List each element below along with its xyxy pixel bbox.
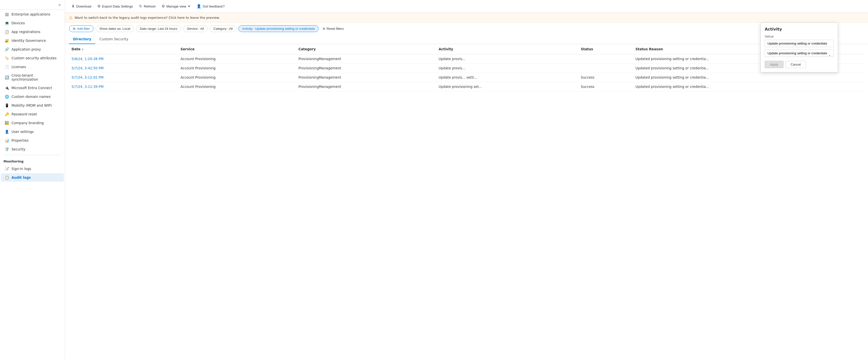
sidebar-item-cross-tenant-synchronization[interactable]: 🔄Cross-tenant synchronization	[1, 71, 64, 83]
category-cell: ProvisioningManagement	[296, 73, 436, 82]
status-cell	[578, 54, 633, 63]
app-registrations-icon: 📋	[4, 30, 9, 34]
enterprise-applications-icon: 🏢	[4, 12, 9, 17]
sidebar-item-identity-governance[interactable]: 🔐Identity Governance	[1, 36, 64, 45]
feedback-button[interactable]: 👤 Got feedback?	[194, 2, 227, 10]
date-cell[interactable]: 5/8/24, 1:20:38 PM	[69, 54, 178, 63]
sidebar-label: Custom domain names	[11, 94, 51, 99]
sidebar-item-company-branding[interactable]: 🖼️Company branding	[1, 119, 64, 127]
activity-popup: Activity Value Update provisioning setti…	[761, 23, 838, 72]
main-content: ⬇ Download ⚙ Export Data Settings ↻ Refr…	[65, 0, 868, 359]
show-dates-button[interactable]: Show dates as: Local	[96, 25, 134, 32]
column-status: Status	[578, 44, 633, 54]
activity-dropdown[interactable]: Update provisioning setting or credentia…	[765, 50, 834, 57]
sidebar-collapse-area: «	[0, 0, 65, 10]
activity-cell: Update provis...	[436, 54, 578, 63]
apply-button[interactable]: Apply	[765, 61, 783, 68]
sidebar-label: Mobility (MDM and WIP)	[11, 103, 52, 107]
custom-domain-names-icon: 🌐	[4, 94, 9, 99]
activity-value-input[interactable]	[765, 40, 834, 47]
dropdown-chevron-icon: ▼	[188, 5, 191, 8]
download-button[interactable]: ⬇ Download	[69, 2, 94, 10]
sidebar-item-devices[interactable]: 💻Devices	[1, 19, 64, 27]
sort-icon: ↓	[82, 48, 84, 51]
sidebar-label: Custom security attributes	[11, 56, 57, 60]
devices-icon: 💻	[4, 21, 9, 25]
category-cell: ProvisioningManagement	[296, 63, 436, 73]
service-cell: Account Provisioning	[178, 54, 296, 63]
toolbar: ⬇ Download ⚙ Export Data Settings ↻ Refr…	[65, 0, 868, 13]
service-cell: Account Provisioning	[178, 63, 296, 73]
date-link[interactable]: 5/7/24, 3:12:02 PM	[71, 75, 103, 79]
service-cell: Account Provisioning	[178, 73, 296, 82]
export-icon: ⚙	[97, 4, 100, 8]
sidebar-label: App registrations	[11, 30, 40, 34]
sidebar-item-security[interactable]: 🛡️Security	[1, 145, 64, 154]
manage-view-icon: ⚙	[161, 4, 165, 8]
cancel-button[interactable]: Cancel	[785, 61, 806, 68]
reset-filters-button[interactable]: ⊘ Reset filters	[320, 26, 346, 32]
service-filter-button[interactable]: Service : All	[183, 25, 208, 32]
sidebar-item-enterprise-applications[interactable]: 🏢Enterprise applications	[1, 10, 64, 19]
sidebar-label: Company branding	[11, 121, 44, 125]
sidebar-item-app-registrations[interactable]: 📋App registrations	[1, 28, 64, 36]
table-container: Date↓ServiceCategoryActivityStatusStatus…	[65, 44, 868, 359]
date-cell[interactable]: 5/7/24, 3:42:50 PM	[69, 63, 178, 73]
tab-directory[interactable]: Directory	[69, 34, 95, 44]
identity-governance-icon: 🔐	[4, 38, 9, 43]
category-cell: ProvisioningManagement	[296, 54, 436, 63]
activity-cell: Update provis... setti...	[436, 73, 578, 82]
sidebar-label: Microsoft Entra Connect	[11, 86, 52, 90]
refresh-icon: ↻	[139, 4, 142, 8]
date-cell[interactable]: 5/7/24, 3:11:39 PM	[69, 82, 178, 91]
password-reset-icon: 🔑	[4, 112, 9, 116]
security-icon: 🛡️	[4, 147, 9, 151]
sidebar-item-sign-in-logs[interactable]: 📝Sign-in logs	[1, 164, 64, 173]
date-link[interactable]: 5/8/24, 1:20:38 PM	[71, 57, 103, 61]
sidebar-item-licenses[interactable]: 📄Licenses	[1, 62, 64, 71]
date-cell[interactable]: 5/7/24, 3:12:02 PM	[69, 73, 178, 82]
sidebar-item-application-proxy[interactable]: 🔗Application proxy	[1, 45, 64, 54]
microsoft-entra-connect-icon: 🔌	[4, 86, 9, 90]
cross-tenant-synchronization-icon: 🔄	[4, 75, 9, 80]
service-cell: Account Provisioning	[178, 82, 296, 91]
sidebar-item-audit-logs[interactable]: 📋Audit logs	[1, 173, 64, 182]
mobility-mdm-icon: 📱	[4, 103, 9, 108]
sidebar-collapse-button[interactable]: «	[57, 2, 62, 7]
sidebar-label: User settings	[11, 130, 34, 134]
export-button[interactable]: ⚙ Export Data Settings	[95, 2, 135, 10]
sidebar-item-custom-security-attributes[interactable]: 🏷️Custom security attributes	[1, 54, 64, 62]
date-link[interactable]: 5/7/24, 3:42:50 PM	[71, 66, 103, 70]
feedback-icon: 👤	[196, 4, 201, 8]
category-filter-button[interactable]: Category : All	[210, 25, 236, 32]
sidebar-label: Licenses	[11, 65, 26, 69]
activity-filter-button[interactable]: Activity : Update provisioning setting o…	[238, 25, 318, 32]
refresh-button[interactable]: ↻ Refresh	[136, 2, 158, 10]
date-link[interactable]: 5/7/24, 3:11:39 PM	[71, 85, 103, 89]
column-activity: Activity	[436, 44, 578, 54]
sidebar-item-password-reset[interactable]: 🔑Password reset	[1, 110, 64, 118]
table-row: 5/7/24, 3:11:39 PM Account Provisioning …	[69, 82, 864, 91]
date-range-button[interactable]: Date range: Last 24 hours	[136, 25, 181, 32]
sidebar-item-user-settings[interactable]: 👤User settings	[1, 128, 64, 136]
sidebar: « 🏢Enterprise applications💻Devices📋App r…	[0, 0, 65, 359]
sidebar-item-properties[interactable]: 📊Properties	[1, 136, 64, 145]
sidebar-item-mobility-mdm[interactable]: 📱Mobility (MDM and WIP)	[1, 101, 64, 110]
column-service: Service	[178, 44, 296, 54]
status-reason-cell: Updated provisioning setting or credenti…	[633, 82, 864, 91]
activity-cell: Update provis...	[436, 63, 578, 73]
sidebar-label: Properties	[11, 138, 29, 142]
table-row: 5/7/24, 3:42:50 PM Account Provisioning …	[69, 63, 864, 73]
category-cell: ProvisioningManagement	[296, 82, 436, 91]
download-icon: ⬇	[71, 4, 75, 8]
application-proxy-icon: 🔗	[4, 47, 9, 52]
popup-actions: Apply Cancel	[765, 61, 834, 68]
custom-security-attributes-icon: 🏷️	[4, 56, 9, 60]
status-cell: Success	[578, 82, 633, 91]
tab-custom-security[interactable]: Custom Security	[95, 34, 132, 44]
column-date[interactable]: Date↓	[69, 44, 178, 54]
sidebar-item-microsoft-entra-connect[interactable]: 🔌Microsoft Entra Connect	[1, 84, 64, 92]
sidebar-item-custom-domain-names[interactable]: 🌐Custom domain names	[1, 92, 64, 101]
add-filter-button[interactable]: ⊞ Add filter	[69, 25, 94, 32]
manage-view-button[interactable]: ⚙ Manage view ▼	[159, 2, 193, 10]
